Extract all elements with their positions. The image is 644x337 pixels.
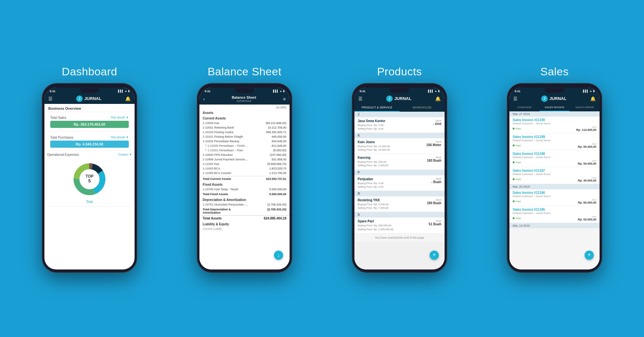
tab-overview[interactable]: OVERVIEW — [509, 104, 540, 111]
bs-title-text: Balance Sheet — [205, 95, 283, 99]
total-purchases-label-row: Total Purchases This Month ▼ — [50, 136, 129, 139]
tab-sales-invoice[interactable]: SALES INVOICE — [540, 104, 570, 111]
sales-bell-icon[interactable]: 🔔 — [590, 96, 596, 101]
prod-bell-icon[interactable]: 🔔 — [435, 96, 441, 101]
prod-app-name: JURNAL — [394, 96, 411, 101]
invoice-11188-amount: Rp. 59.400,00 — [578, 162, 596, 165]
prod-battery-icon: ▮ — [438, 90, 439, 93]
bs-date: 22/04/2019 — [205, 99, 283, 103]
sales-fab-button[interactable]: + — [585, 251, 594, 260]
product-stock-spare: Stock 51 Buah — [429, 219, 441, 231]
bs-battery-icon: ▮ — [283, 90, 284, 93]
bs-currency: (in IDR) — [199, 105, 290, 110]
sales-column: Sales 9:41 ▌▌▌ ▲ ▮ — [480, 65, 629, 272]
invoice-11187-total-label: Total — [578, 177, 596, 179]
total-purchases-period[interactable]: This Month ▼ — [111, 136, 129, 139]
product-jasa-sewa[interactable]: Jasa Sewa Kantor Buying Price: Rp. 0,00 … — [354, 117, 445, 133]
product-penjualan[interactable]: Penjualan Buying Price: Rp. 0,00 Selling… — [354, 175, 445, 191]
business-overview-header: Business Overview — [44, 104, 135, 112]
sales-date-1: Mar, 27 2019 — [509, 111, 600, 117]
invoice-11189-title: Sales Invoice #11189 — [513, 135, 596, 139]
menu-icon[interactable]: ☰ — [48, 96, 53, 101]
balance-sheet-screen: 9:41 ▌▌▌ ▲ ▮ ‹ Balance Sheet — [199, 88, 290, 269]
invoice-11187-amount: Rp. 40.000,00 — [578, 179, 596, 182]
bs-total-current: Total Current Assets622.593.737,51 — [199, 176, 290, 181]
product-kancing[interactable]: Kancing Buying Price: Rp. 500,00 Selling… — [354, 154, 445, 169]
tab-product-service[interactable]: PRODUCT & SERVICE — [354, 104, 400, 112]
total-purchases-value: Rp. 4.346.234,00 — [50, 141, 129, 148]
sales-item-11187[interactable]: Sales Invoice #11187 Default Customer – … — [509, 167, 600, 184]
sales-item-11188[interactable]: Sales Invoice #11188 Default Customer – … — [509, 150, 600, 167]
balance-sheet-title: Balance Sheet — [208, 65, 281, 78]
notch — [80, 88, 99, 93]
product-name-kancing: Kancing — [358, 156, 388, 159]
bs-row-current-liability: Current Liabilit... — [199, 227, 290, 231]
product-prices-jasa: Buying Price: Rp. 0,00 Selling Price: Rp… — [358, 123, 386, 131]
operational-expenses-period[interactable]: Custom ▼ — [118, 153, 132, 156]
product-name-penjualan: Penjualan — [358, 177, 384, 181]
total-sales-card: Total Sales This Month ▼ Rp. 363.178.462… — [47, 113, 132, 131]
prod-header: ☰ J JURNAL 🔔 — [354, 94, 445, 104]
bs-header: ‹ Balance Sheet 22/04/2019 ≡ — [199, 94, 290, 105]
bs-assets-header: Assets — [199, 110, 290, 115]
bs-content: (in IDR) Assets Current Assets 1-10000 K… — [199, 105, 290, 269]
notch-sales — [545, 88, 564, 93]
prod-menu-icon[interactable]: ☰ — [358, 96, 363, 101]
bell-icon[interactable]: 🔔 — [125, 96, 131, 101]
notch-prod — [390, 88, 409, 93]
product-stock-resleting: Stock 180 Buah — [427, 198, 441, 210]
dashboard-title: Dashboard — [62, 65, 117, 78]
sales-item-11190[interactable]: Sales Invoice #11190 Default Customer – … — [509, 117, 600, 133]
product-resleting[interactable]: Resleting YKK Buying Price: Rp. 5.000,00… — [354, 196, 445, 212]
signal-icon: ▌▌▌ — [118, 90, 124, 93]
invoice-11185-total-label: Total — [578, 216, 596, 218]
bs-fab-button[interactable]: ↓ — [274, 251, 283, 260]
tab-sales-order[interactable]: SALES ORDER — [569, 104, 600, 111]
prod-logo: J JURNAL — [386, 95, 411, 102]
section-k: K — [354, 133, 445, 138]
invoice-11186-amount: Rp. 66.000,00 — [578, 201, 596, 204]
bs-current-assets-header: Current Assets — [199, 115, 290, 121]
sales-item-11186[interactable]: Sales Invoice #11186 Default Customer – … — [509, 189, 600, 206]
svg-text:TOP: TOP — [86, 174, 93, 179]
sales-signal-icon: ▌▌▌ — [583, 90, 589, 93]
invoice-11187-footer: Paid Total Rp. 40.000,00 — [513, 177, 596, 182]
prod-status-icons: ▌▌▌ ▲ ▮ — [428, 90, 439, 93]
product-stock-jasa: Stock - Unit — [433, 119, 441, 131]
product-spare[interactable]: Spare Part Buying Price: Rp. 500.000,00 … — [354, 218, 445, 233]
sales-tab-bar: OVERVIEW SALES INVOICE SALES ORDER — [509, 104, 600, 111]
sales-item-11185[interactable]: Sales Invoice #11185 Default Customer – … — [509, 206, 600, 223]
invoice-11189-total-label: Total — [578, 143, 596, 145]
sales-date-2: Mar, 20 2019 — [509, 184, 600, 189]
total-sales-value: Rp. 363.178.462,00 — [50, 121, 129, 128]
sales-phone: 9:41 ▌▌▌ ▲ ▮ ☰ J JURNA — [507, 84, 602, 272]
balance-sheet-frame: 9:41 ▌▌▌ ▲ ▮ ‹ Balance Sheet — [197, 84, 292, 272]
invoice-11189-customer: Default Customer – Jurnal Touch — [513, 139, 596, 142]
bs-title-center: Balance Sheet 22/04/2019 — [205, 95, 283, 103]
sales-header: ☰ J JURNAL 🔔 — [509, 94, 600, 104]
products-fab-button[interactable]: + — [430, 251, 439, 260]
product-kain[interactable]: Kain Jeans Buying Price: Rp. 10.000,00 S… — [354, 138, 445, 154]
sales-item-11189[interactable]: Sales Invoice #11189 Default Customer – … — [509, 133, 600, 150]
battery-icon: ▮ — [128, 90, 129, 93]
product-prices-kain: Buying Price: Rp. 10.000,00 Selling Pric… — [358, 144, 390, 152]
product-prices-resleting: Buying Price: Rp. 5.000,00 Selling Price… — [358, 203, 388, 210]
bs-filter-icon[interactable]: ≡ — [283, 96, 286, 102]
tab-warehouse[interactable]: WAREHOUSE — [400, 104, 445, 112]
sales-list: Mar, 27 2019 Sales Invoice #11190 Defaul… — [509, 111, 600, 269]
prod-signal-icon: ▌▌▌ — [428, 90, 434, 93]
sales-date-3: Mar, 14 2019 — [509, 223, 600, 228]
invoice-11189-footer: Paid Total Rp. 59.400,00 — [513, 143, 596, 148]
prod-status-time: 9:41 — [360, 90, 365, 93]
total-sales-period[interactable]: This Month ▼ — [111, 116, 129, 119]
bs-status-time: 9:41 — [205, 90, 210, 93]
sales-menu-icon[interactable]: ☰ — [513, 96, 518, 101]
invoice-11190-amount: Rp. 114.400,00 — [576, 128, 596, 131]
section-s: S — [354, 212, 445, 218]
total-purchases-label: Total Purchases — [50, 136, 73, 139]
bs-row-10: 1-11003 BCA1.823.529,70 — [199, 166, 290, 171]
bs-signal-icon: ▌▌▌ — [273, 90, 279, 93]
invoice-11185-footer: Paid Total Rp. 55.000,00 — [513, 216, 596, 221]
invoice-11185-customer: Default Customer – Jurnal Touch — [513, 212, 596, 215]
bs-fixed-assets-header: Fixed Assets — [199, 181, 290, 187]
